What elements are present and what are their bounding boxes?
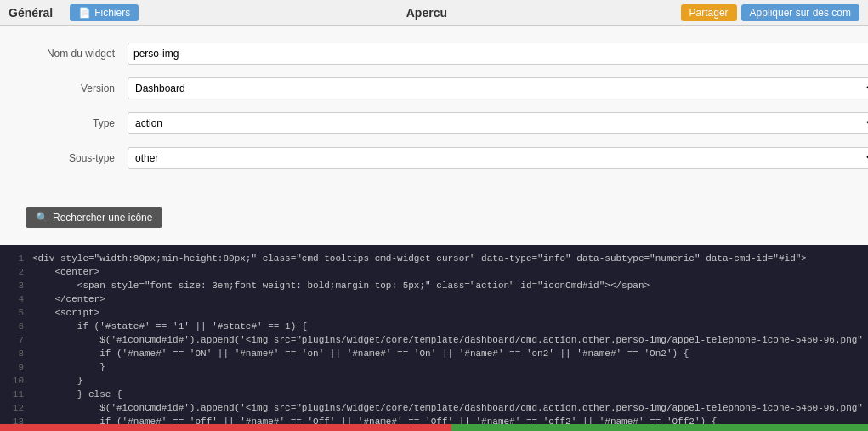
page-title: Général: [9, 6, 53, 20]
code-line-9: 9 }: [7, 360, 868, 374]
version-select[interactable]: Dashboard: [128, 77, 868, 99]
header-actions: Partager Appliquer sur des com: [681, 4, 859, 21]
form-area: Nom du widget Version Dashboard Type act…: [0, 26, 868, 199]
code-line-1: 1 <div style="width:90px;min-height:80px…: [7, 252, 868, 265]
code-line-12: 12 $('#iconCmd#id#').append('<img src="p…: [7, 401, 868, 415]
search-icon-button[interactable]: 🔍 Rechercher une icône: [26, 207, 162, 228]
type-label: Type: [26, 117, 128, 129]
partager-button[interactable]: Partager: [681, 4, 737, 21]
code-line-5: 5 <script>: [7, 306, 868, 320]
type-select[interactable]: action: [128, 112, 868, 134]
main-content: Nom du widget Version Dashboard Type act…: [0, 26, 868, 431]
search-icon: 🔍: [36, 212, 48, 224]
appliquer-button[interactable]: Appliquer sur des com: [741, 4, 859, 21]
footer-red: [0, 424, 451, 431]
code-line-4: 4 </center>: [7, 292, 868, 306]
fichiers-icon: 📄: [78, 7, 91, 19]
apercu-label: Apercu: [139, 6, 680, 20]
app-header: Général 📄 Fichiers Apercu Partager Appli…: [0, 0, 868, 26]
footer-bar: [0, 424, 868, 431]
widget-name-row: Nom du widget: [26, 43, 868, 65]
code-line-11: 11 } else {: [7, 388, 868, 401]
sous-type-row: Sous-type other: [26, 147, 868, 169]
footer-green: [451, 424, 868, 431]
version-label: Version: [26, 82, 128, 94]
code-line-3: 3 <span style="font-size: 3em;font-weigh…: [7, 279, 868, 292]
widget-name-label: Nom du widget: [26, 48, 128, 60]
code-line-10: 10 }: [7, 374, 868, 388]
type-row: Type action: [26, 112, 868, 134]
widget-name-input[interactable]: [128, 43, 868, 65]
code-line-8: 8 if ('#name#' == 'ON' || '#name#' == 'o…: [7, 347, 868, 360]
code-editor: 1 <div style="width:90px;min-height:80px…: [0, 245, 868, 424]
code-line-13: 13 if ('#name#' == 'off' || '#name#' == …: [7, 415, 868, 424]
fichiers-button[interactable]: 📄 Fichiers: [70, 4, 139, 21]
code-line-6: 6 if ('#state#' == '1' || '#state#' == 1…: [7, 320, 868, 333]
code-line-7: 7 $('#iconCmd#id#').append('<img src="pl…: [7, 333, 868, 347]
version-row: Version Dashboard: [26, 77, 868, 99]
sous-type-select[interactable]: other: [128, 147, 868, 169]
left-panel: Nom du widget Version Dashboard Type act…: [0, 26, 868, 431]
sous-type-label: Sous-type: [26, 152, 128, 164]
code-line-2: 2 <center>: [7, 265, 868, 279]
